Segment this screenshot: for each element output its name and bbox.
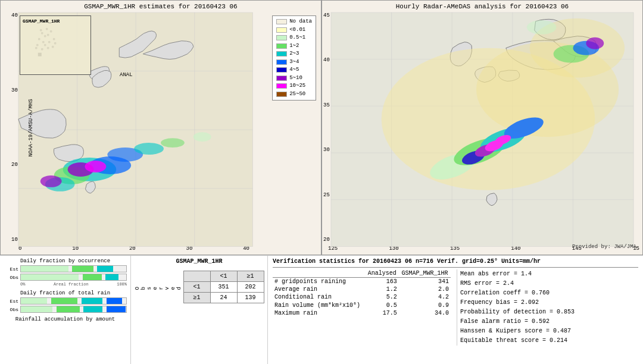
bar-seg-1 — [21, 266, 68, 272]
legend-10-25: 10~25 — [276, 82, 312, 90]
verif-col-analysed: Analysed — [366, 269, 399, 278]
svg-point-18 — [161, 138, 185, 148]
left-map: GSMAP_MWR_1HR estimates for 20160423 06 … — [0, 0, 322, 255]
col-header-ge1: ≥1 — [237, 271, 264, 282]
stat-5: False alarm ratio = 0.592 — [460, 317, 638, 327]
verif-cell-label-1: Average rain — [273, 285, 366, 293]
verif-row-0: # gridpoints raining 163 341 — [273, 278, 451, 286]
left-map-title: GSMAP_MWR_1HR estimates for 20160423 06 — [1, 3, 321, 10]
obs-bar-seg-1 — [21, 274, 79, 280]
observed-vertical-label: Observed — [135, 286, 182, 290]
legend-color-1-2 — [276, 43, 287, 49]
legend-color-3-4 — [276, 59, 287, 65]
obs-label-1: Obs — [4, 275, 18, 280]
verif-divider — [273, 267, 638, 268]
verif-cell-analysed-0: 163 — [366, 278, 399, 286]
contingency-table-wrapper: <1 ≥1 <1 351 202 ≥1 24 139 — [183, 268, 264, 303]
verif-col-gsmap: GSMAP_MWR_1HR — [399, 269, 451, 278]
obs-bar-1 — [20, 274, 127, 281]
row-header-lt1: <1 — [183, 282, 210, 293]
cell-ge1-ge1: 139 — [237, 293, 264, 303]
verif-title: Verification statistics for 20160423 06 … — [273, 258, 638, 265]
verif-cell-label-0: # gridpoints raining — [273, 278, 366, 286]
legend-4-5: 4~5 — [276, 66, 312, 74]
inset-box: GSMAP_MWR_1HR — [20, 15, 91, 75]
legend-box: No data <0.01 0.5~1 1~2 2~3 3~4 — [272, 15, 316, 101]
verif-cell-gsmap-0: 341 — [399, 278, 451, 286]
right-map-title: Hourly Radar-AMeDAS analysis for 2016042… — [322, 3, 642, 10]
verif-cell-label-3: Rain volume (mm*km²x10⁶) — [273, 301, 366, 309]
chart-axis-1: 0% Areal fraction 100% — [20, 282, 127, 287]
svg-point-67 — [586, 37, 604, 49]
chart-row-obs2: Obs — [4, 306, 127, 313]
legend-label-25-50: 25~50 — [289, 90, 305, 99]
inset-label: GSMAP_MWR_1HR — [23, 18, 60, 24]
right-map-svg — [322, 1, 642, 255]
legend-label-lt001: <0.01 — [289, 26, 305, 34]
bar-seg-3 — [97, 266, 113, 272]
est-label-2: Est — [4, 299, 18, 304]
verif-cell-gsmap-3: 0.9 — [399, 301, 451, 309]
obs-label-2: Obs — [4, 307, 18, 312]
legend-label-05-1: 0.5~1 — [289, 34, 305, 42]
svg-point-15 — [85, 161, 106, 172]
verif-cell-analysed-3: 0.5 — [366, 301, 399, 309]
charts-panel: Daily fraction by occurrence Est Obs 0 — [0, 256, 131, 364]
verif-cell-label-4: Maximum rain — [273, 309, 366, 317]
chart-title-1: Daily fraction by occurrence — [4, 258, 127, 264]
verif-row-2: Conditional rain 5.2 4.2 — [273, 293, 451, 301]
stat-4: Probability of detection = 0.853 — [460, 307, 638, 317]
bar-seg-2 — [72, 266, 93, 272]
legend-label-5-10: 5~10 — [289, 74, 302, 83]
stat-7: Equitable threat score = 0.214 — [460, 336, 638, 346]
chart-row-obs1: Obs — [4, 274, 127, 281]
verif-table: Analysed GSMAP_MWR_1HR # gridpoints rain… — [273, 269, 451, 317]
legend-label-2-3: 2~3 — [289, 50, 299, 58]
legend-1-2: 1~2 — [276, 42, 312, 51]
svg-point-19 — [193, 132, 211, 142]
legend-color-5-10 — [276, 76, 287, 81]
stat-6: Hanssen & Kuipers score = 0.487 — [460, 327, 638, 336]
legend-color-4-5 — [276, 67, 287, 73]
stat-1: RMS error = 2.4 — [460, 279, 638, 288]
stat-2: Correlation coeff = 0.760 — [460, 288, 638, 298]
legend-label-4-5: 4~5 — [289, 66, 299, 74]
cell-lt1-lt1: 351 — [210, 282, 237, 293]
legend-color-05-1 — [276, 35, 287, 40]
svg-point-21 — [40, 175, 62, 187]
left-map-ylabel: NOAA-19/AMSU-A/MHS — [28, 99, 34, 156]
contingency-wrapper: Observed <1 ≥1 <1 351 202 ≥1 — [135, 268, 264, 303]
verif-cell-analysed-2: 5.2 — [366, 293, 399, 301]
verif-content: Analysed GSMAP_MWR_1HR # gridpoints rain… — [273, 269, 638, 346]
verif-cell-gsmap-2: 4.2 — [399, 293, 451, 301]
legend-color-nodata — [276, 19, 287, 24]
obs-bar-seg-3 — [105, 274, 118, 280]
svg-point-68 — [527, 20, 557, 34]
legend-label-nodata: No data — [289, 18, 312, 26]
verif-table-section: Analysed GSMAP_MWR_1HR # gridpoints rain… — [273, 269, 451, 346]
legend-25-50: 25~50 — [276, 90, 312, 99]
chart-title-2: Daily fraction of total rain — [4, 290, 127, 296]
verif-cell-gsmap-4: 34.0 — [399, 309, 451, 317]
legend-label-10-25: 10~25 — [289, 82, 305, 90]
est-bar-2 — [20, 297, 127, 305]
chart-title-3: Rainfall accumulation by amount — [4, 316, 127, 322]
legend-color-lt001 — [276, 27, 287, 33]
contingency-panel: GSMAP_MWR_1HR Observed <1 ≥1 <1 351 202 — [131, 256, 268, 364]
chart-row-est1: Est — [4, 265, 127, 272]
chart-row-est2: Est — [4, 297, 127, 305]
contingency-title: GSMAP_MWR_1HR — [176, 258, 222, 265]
verif-cell-analysed-1: 1.2 — [366, 285, 399, 293]
legend-lt001: <0.01 — [276, 26, 312, 34]
col-header-lt1: <1 — [210, 271, 237, 282]
anal-label: ANAL — [120, 72, 133, 78]
row-header-ge1: ≥1 — [183, 293, 210, 303]
obs-bar-2 — [20, 306, 127, 313]
est-label-1: Est — [4, 266, 18, 272]
stat-3: Frequency bias = 2.092 — [460, 298, 638, 307]
maps-section: GSMAP_MWR_1HR estimates for 20160423 06 … — [0, 0, 643, 256]
observed-label-wrapper: Observed — [135, 286, 182, 290]
contingency-table: <1 ≥1 <1 351 202 ≥1 24 139 — [183, 271, 264, 303]
right-map: Hourly Radar-AMeDAS analysis for 2016042… — [322, 0, 643, 255]
legend-2-3: 2~3 — [276, 50, 312, 58]
